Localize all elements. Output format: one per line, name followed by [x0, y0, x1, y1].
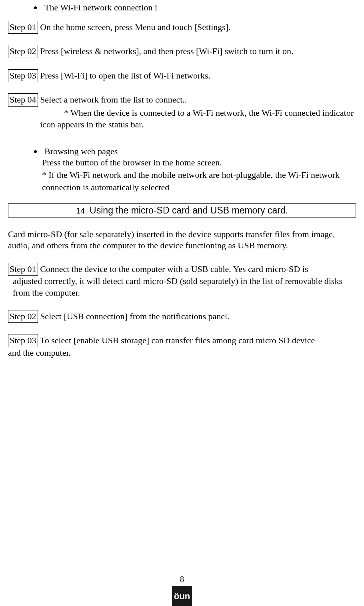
- own-logo-icon: öun: [172, 586, 192, 606]
- step-text: On the home screen, press Menu and touch…: [38, 22, 231, 32]
- browsing-section: Browsing web pages Press the button of t…: [42, 146, 356, 193]
- step-label: Step 02: [8, 45, 38, 58]
- usb-step-01: Step 01 Connect the device to the comput…: [8, 263, 356, 299]
- wifi-step-01: Step 01 On the home screen, press Menu a…: [8, 21, 356, 34]
- section14-intro: Card micro-SD (for sale separately) inse…: [8, 229, 356, 252]
- svg-text:öun: öun: [174, 591, 190, 601]
- usb-step-02: Step 02 Select [USB connection] from the…: [8, 310, 356, 323]
- browsing-heading: Browsing web pages: [42, 146, 356, 157]
- section-title-text: Using the micro-SD card and USB memory c…: [87, 205, 288, 215]
- wifi-step-04: Step 04 Select a network from the list t…: [8, 93, 356, 130]
- wifi-step-02: Step 02 Press [wireless & networks], and…: [8, 45, 356, 58]
- step-text: Press [wireless & networks], and then pr…: [38, 46, 294, 56]
- step-label: Step 01: [8, 263, 38, 276]
- step-text-continuation: adjusted correctly, it will detect card …: [8, 276, 356, 298]
- wifi-heading: The Wi-Fi network connection i: [42, 2, 356, 14]
- step-text-first: Connect the device to the computer with …: [38, 264, 308, 274]
- step-label: Step 03: [8, 69, 38, 83]
- step-label: Step 03: [8, 334, 38, 347]
- step-text-continuation: and the computer.: [8, 347, 356, 359]
- page-number: 8: [0, 574, 364, 584]
- step-label: Step 01: [8, 21, 38, 34]
- browsing-line1: Press the button of the browser in the h…: [42, 157, 356, 169]
- browsing-line2: * If the Wi-Fi network and the mobile ne…: [42, 169, 356, 194]
- step-label: Step 04: [8, 93, 38, 107]
- step-label: Step 02: [8, 310, 38, 323]
- step-text: Select [USB connection] from the notific…: [38, 311, 230, 321]
- wifi-step4-note: * When the device is connected to a Wi-F…: [8, 107, 356, 130]
- section-14-title: 14. Using the micro-SD card and USB memo…: [8, 203, 356, 217]
- section-number: 14.: [76, 206, 87, 215]
- step-text: Select a network from the list to connec…: [38, 95, 187, 105]
- usb-step-03: Step 03 To select [enable USB storage] c…: [8, 334, 356, 358]
- wifi-bullet-list: The Wi-Fi network connection i: [42, 2, 356, 14]
- page-content: The Wi-Fi network connection i Step 01 O…: [8, 0, 356, 358]
- wifi-step-03: Step 03 Press [Wi-Fi] to open the list o…: [8, 69, 356, 83]
- step-text-first: To select [enable USB storage] can trans…: [38, 335, 315, 345]
- step-text: Press [Wi-Fi] to open the list of Wi-Fi …: [38, 70, 211, 81]
